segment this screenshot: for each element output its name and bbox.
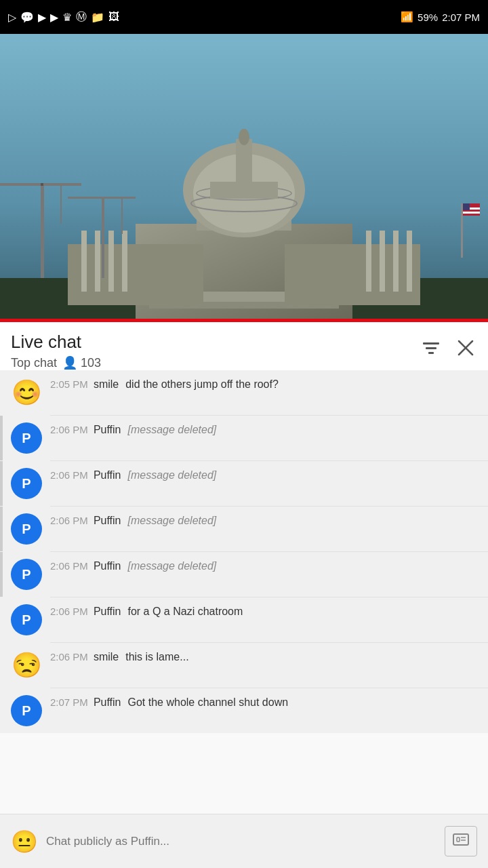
- message-content: 2:06 PMPuffin[message deleted]: [50, 513, 477, 527]
- svg-rect-19: [122, 231, 127, 292]
- video-player[interactable]: [0, 34, 488, 319]
- wifi-icon: 📶: [401, 11, 413, 23]
- message-text: did the others jump off the roof?: [125, 378, 279, 391]
- message-username: Puffin: [94, 424, 121, 436]
- send-button[interactable]: [445, 826, 477, 856]
- message-text: for a Q a Nazi chatroom: [128, 606, 243, 618]
- message-text: [message deleted]: [128, 560, 217, 572]
- app-icon-chat: 💬: [20, 11, 34, 24]
- message-username: Puffin: [94, 515, 121, 527]
- avatar: P: [11, 695, 42, 726]
- message-time: 2:06 PM: [50, 651, 88, 663]
- message-username: Puffin: [94, 560, 121, 572]
- svg-rect-20: [366, 231, 371, 292]
- svg-rect-26: [41, 183, 43, 186]
- status-bar: ▷ 💬 ▶ ▶ ♛ Ⓜ 📁 🖼 📶 59% 2:07 PM: [0, 0, 488, 34]
- status-bar-right: 📶 59% 2:07 PM: [401, 11, 480, 23]
- svg-rect-18: [108, 231, 114, 292]
- viewer-count-number: 103: [81, 356, 101, 370]
- message-username: smile: [94, 651, 119, 663]
- svg-rect-21: [380, 231, 385, 292]
- avatar: P: [11, 422, 42, 454]
- close-icon: [457, 339, 474, 357]
- people-icon: 👤: [62, 355, 77, 370]
- svg-rect-42: [457, 837, 460, 842]
- battery-text: 59%: [418, 12, 438, 23]
- chat-message: P2:06 PMPuffinfor a Q a Nazi chatroom: [0, 597, 488, 642]
- message-username: Puffin: [94, 696, 121, 709]
- app-icon-youtube2: ▶: [50, 11, 58, 24]
- message-content: 2:06 PMPuffin[message deleted]: [50, 559, 477, 572]
- app-icon-folder: 📁: [91, 11, 104, 24]
- svg-rect-35: [463, 203, 470, 210]
- message-username: smile: [94, 378, 119, 391]
- filter-button[interactable]: [419, 336, 443, 364]
- svg-rect-15: [285, 244, 420, 305]
- live-chat-title: Live chat: [11, 332, 101, 353]
- chat-message: P2:06 PMPuffin[message deleted]: [0, 461, 488, 506]
- message-text: [message deleted]: [128, 469, 217, 481]
- svg-rect-28: [102, 197, 104, 278]
- message-username: Puffin: [94, 606, 121, 618]
- status-bar-left: ▷ 💬 ▶ ▶ ♛ Ⓜ 📁 🖼: [8, 10, 119, 24]
- app-icon-youtube-tv: ▷: [8, 11, 16, 24]
- chat-message: P2:06 PMPuffin[message deleted]: [0, 552, 488, 597]
- svg-rect-36: [423, 342, 439, 344]
- app-icon-m: Ⓜ: [76, 10, 87, 24]
- chat-message: 😒2:06 PMsmilethis is lame...: [0, 643, 488, 688]
- message-content: 2:07 PMPuffinGot the whole channel shut …: [50, 695, 477, 709]
- emoji-icon: 😐: [11, 829, 38, 854]
- chat-input-field[interactable]: [46, 835, 436, 848]
- svg-rect-24: [41, 183, 44, 278]
- message-time: 2:06 PM: [50, 606, 88, 617]
- message-text: this is lame...: [125, 651, 188, 663]
- message-time: 2:07 PM: [50, 696, 88, 708]
- live-chat-header: Live chat Top chat 👤 103: [0, 322, 488, 370]
- message-text: [message deleted]: [128, 424, 217, 436]
- message-time: 2:06 PM: [50, 469, 88, 481]
- svg-rect-41: [453, 834, 468, 845]
- avatar: P: [11, 604, 42, 635]
- svg-rect-31: [461, 203, 463, 258]
- message-text: Got the whole channel shut down: [128, 696, 289, 709]
- app-icon-image: 🖼: [108, 11, 119, 23]
- chat-messages-container: 😊2:05 PMsmiledid the others jump off the…: [0, 370, 488, 733]
- live-chat-title-area: Live chat Top chat 👤 103: [11, 332, 101, 370]
- svg-rect-29: [68, 197, 136, 199]
- svg-rect-17: [95, 231, 100, 292]
- svg-rect-22: [393, 231, 399, 292]
- svg-rect-14: [68, 244, 203, 305]
- chat-message: 😊2:05 PMsmiledid the others jump off the…: [0, 370, 488, 415]
- header-actions: [419, 332, 477, 364]
- svg-rect-34: [463, 212, 480, 214]
- app-icon-crown: ♛: [62, 11, 72, 24]
- avatar: 😒: [11, 650, 42, 681]
- top-chat-label[interactable]: Top chat: [11, 356, 57, 370]
- message-username: Puffin: [94, 469, 121, 481]
- close-button[interactable]: [454, 336, 477, 363]
- send-icon: [452, 837, 470, 851]
- svg-rect-13: [242, 129, 246, 139]
- message-content: 2:05 PMsmiledid the others jump off the …: [50, 377, 477, 391]
- message-time: 2:06 PM: [50, 560, 88, 572]
- time-display: 2:07 PM: [442, 12, 480, 23]
- app-icon-youtube: ▶: [38, 11, 46, 24]
- svg-rect-37: [426, 347, 436, 349]
- emoji-button[interactable]: 😐: [11, 829, 38, 854]
- message-content: 2:06 PMPuffin[message deleted]: [50, 422, 477, 436]
- message-time: 2:06 PM: [50, 424, 88, 435]
- svg-rect-38: [428, 352, 434, 354]
- avatar: P: [11, 468, 42, 499]
- message-time: 2:06 PM: [50, 515, 88, 526]
- message-content: 2:06 PMPuffinfor a Q a Nazi chatroom: [50, 604, 477, 618]
- chat-message: P2:06 PMPuffin[message deleted]: [0, 507, 488, 551]
- chat-message: P2:06 PMPuffin[message deleted]: [0, 416, 488, 460]
- svg-rect-11: [236, 139, 252, 190]
- message-content: 2:06 PMsmilethis is lame...: [50, 650, 477, 663]
- message-time: 2:05 PM: [50, 378, 88, 390]
- svg-rect-16: [81, 231, 87, 292]
- message-content: 2:06 PMPuffin[message deleted]: [50, 468, 477, 481]
- message-text: [message deleted]: [128, 515, 217, 527]
- chat-input-area: 😐: [0, 814, 488, 868]
- svg-rect-23: [407, 231, 412, 292]
